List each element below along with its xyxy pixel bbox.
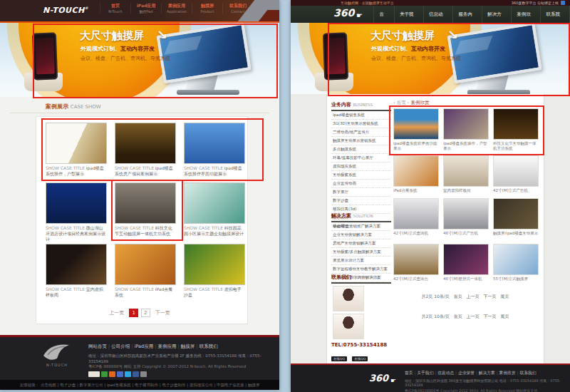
topbar-link[interactable]: 360度数字平台 分站绑定上线 bbox=[512, 0, 559, 6]
right-hero-banner[interactable]: 大尺寸触摸屏 ↘ 外观模式订制、互动内容开发 会议、楼盘、广告机、查询机、导览系… bbox=[291, 23, 570, 94]
next-page-link[interactable]: 下一页 bbox=[484, 314, 497, 319]
last-page-link[interactable]: 尾页 bbox=[501, 294, 509, 299]
solution-list-item[interactable]: 互动橱窗/多点触摸解决方案 bbox=[331, 248, 391, 257]
left-logo[interactable]: N-TOUCH® bbox=[43, 6, 88, 15]
footer-link[interactable]: 关于我们 bbox=[413, 371, 434, 375]
business-list-item[interactable]: 互动橱窗系统 bbox=[331, 171, 391, 180]
prev-page-link[interactable]: 上一页 bbox=[467, 294, 480, 299]
footer-link[interactable]: 联系我们 bbox=[195, 344, 217, 349]
right-nav-item[interactable]: 信息动态 bbox=[423, 6, 452, 23]
case-caption: 42寸(M)立式查询机 bbox=[393, 231, 439, 236]
next-page-link[interactable]: 下一页 bbox=[484, 294, 497, 299]
topbar-blue-icon[interactable] bbox=[561, 1, 565, 5]
right-logo[interactable]: 360 bbox=[333, 7, 354, 19]
footer-link[interactable]: 案例应用 bbox=[153, 344, 176, 349]
solution-list-item[interactable]: 展览展示设计方案 bbox=[331, 257, 391, 265]
left-hero-banner[interactable]: 大尺寸触摸屏 ↘ 外观模式订制、互动内容开发 会议、楼盘、广告机、查询机、导览系… bbox=[0, 23, 279, 97]
left-nav-item[interactable]: 触摸屏 Product bbox=[192, 3, 222, 14]
case-card[interactable]: iPad点餐系统 bbox=[393, 155, 439, 193]
footer-link[interactable]: 信息动态 bbox=[433, 371, 454, 375]
left-nav-item[interactable]: iPad应用 触控Pad bbox=[130, 3, 161, 14]
case-card[interactable]: SHOW CASE TITLE iPad点餐系统 bbox=[115, 244, 176, 298]
case-card[interactable]: 55寸(M)立式触摸屏 bbox=[493, 244, 539, 282]
case-card[interactable]: 46寸(M)壁挂式一体机 bbox=[443, 244, 489, 282]
solution-list-item[interactable]: 数字远程移动互动教学解决方案 bbox=[331, 265, 391, 274]
next-page-button[interactable]: 下一页 bbox=[153, 309, 172, 317]
case-card[interactable]: SHOW CASE TITLE 虚拟电子沙盘 bbox=[184, 244, 245, 298]
first-page-link[interactable]: 首页 bbox=[454, 314, 462, 319]
right-nav-item[interactable]: 解决方案 bbox=[482, 6, 511, 23]
social-icon[interactable] bbox=[88, 371, 100, 377]
business-list-item[interactable]: ipad楼盘销售系统 bbox=[331, 111, 391, 120]
business-list-item[interactable]: 虚拟现实系统 bbox=[331, 163, 391, 171]
prev-page-button[interactable]: 上一页 bbox=[107, 309, 126, 317]
left-nav-item[interactable]: 首页 N-Touch bbox=[100, 3, 130, 14]
case-card[interactable]: SHOW CASE TITLE ipad楼盘系统房产项目案例展示 bbox=[115, 123, 176, 177]
case-card[interactable]: SHOW CASE TITLE ipad楼盘系统操作界面功能展示 bbox=[184, 123, 245, 177]
friend-links-bar[interactable]: 友情链接： 点击地图 | 电子沙盘 | 数字展厅公司 | ipad售楼系统 | … bbox=[0, 380, 279, 390]
solution-list-item[interactable]: 企业互动营销解决方案 bbox=[331, 231, 391, 239]
left-nav-item[interactable]: 联系我们 Contact bbox=[222, 3, 253, 14]
case-caption: SHOW CASE TITLE ipad楼盘系统操作界面功能展示 bbox=[184, 165, 245, 177]
social-icon[interactable] bbox=[117, 371, 123, 377]
left-nav-item[interactable]: 案例应用 Application bbox=[161, 3, 192, 14]
footer-link[interactable]: 解决方案 bbox=[475, 371, 495, 375]
prev-page-link[interactable]: 上一页 bbox=[467, 314, 480, 319]
social-icon[interactable] bbox=[140, 371, 147, 377]
footer-link[interactable]: 案例欣赏 bbox=[495, 371, 516, 375]
case-card[interactable]: 42寸(M)立式查询台 bbox=[393, 244, 439, 282]
case-card[interactable]: 室内虚拟样板间 bbox=[443, 155, 489, 193]
footer-link[interactable]: 企业荣誉 bbox=[454, 371, 475, 375]
page-1-button[interactable]: 1 bbox=[129, 309, 138, 317]
footer-link[interactable]: 网站首页 bbox=[88, 344, 107, 349]
qq-badge-2[interactable]: 在线QQ bbox=[352, 356, 368, 361]
case-thumbnail bbox=[115, 244, 176, 285]
breadcrumb-home[interactable]: 首页 bbox=[397, 100, 406, 105]
business-list-item[interactable]: 触摸屏互动展示营销系统 bbox=[331, 137, 391, 145]
case-card[interactable]: SHOW CASE TITLE ipad楼盘系统操作，户型展示 bbox=[46, 123, 107, 177]
first-page-link[interactable]: 首页 bbox=[454, 294, 462, 299]
case-card[interactable]: 科技文化节互动触摸一体机主功系统 bbox=[493, 108, 539, 151]
business-list-item[interactable]: 多点触摸系统 bbox=[331, 145, 391, 154]
business-list-item[interactable]: 企业宣传动画 bbox=[331, 180, 391, 188]
business-list-item[interactable]: 3G(3D)互动展示营销系统 bbox=[331, 120, 391, 128]
right-nav-item[interactable]: 案例欣赏 bbox=[511, 6, 540, 23]
social-icon[interactable] bbox=[101, 371, 108, 377]
right-nav-item[interactable]: 首页 bbox=[373, 6, 394, 23]
right-nav-item[interactable]: 关于我们 bbox=[394, 6, 423, 23]
footer-link[interactable]: 首页 bbox=[405, 371, 413, 375]
last-page-link[interactable]: 尾页 bbox=[501, 314, 509, 319]
footer-link[interactable]: 公司介绍 bbox=[107, 344, 130, 349]
right-nav-item[interactable]: 服务内容 bbox=[452, 6, 482, 23]
solution-list-item[interactable]: ipad楼盘营销推广解决方案 bbox=[331, 222, 391, 231]
footer-link[interactable]: 触摸屏 bbox=[177, 344, 195, 349]
business-list-item[interactable]: 数字展厅 bbox=[331, 188, 391, 197]
case-card[interactable]: 42寸(M)立式查询机 bbox=[393, 198, 439, 236]
case-card[interactable]: SHOW CASE TITLE 微山湖山庄酒店设计项目经典案例展示设计 bbox=[46, 182, 107, 242]
left-header: N-TOUCH® 首页 N-Touch iPad应用 触控Pad 案例应用 Ap… bbox=[0, 0, 279, 23]
social-icon[interactable] bbox=[125, 371, 131, 377]
footer-link[interactable]: iPad应用 bbox=[130, 344, 153, 349]
case-card[interactable]: 46寸(M)立式广告机 bbox=[443, 198, 489, 236]
qq-badge[interactable]: 在线QQ bbox=[331, 356, 347, 361]
case-card[interactable]: SHOW CASE TITLE 科技园花园小区展示主题企划触摸屏设计 bbox=[184, 182, 245, 237]
case-card[interactable]: 触摸屏/ipad楼盘互动展示 bbox=[493, 198, 539, 236]
page-2-button[interactable]: 2 bbox=[141, 309, 150, 317]
case-card[interactable]: ipad楼盘系统操作，户型展示 bbox=[443, 108, 489, 151]
case-card[interactable]: SHOW CASE TITLE 室内虚拟样板间 bbox=[46, 244, 107, 298]
case-card[interactable]: 42寸(M)立式广告机 bbox=[493, 155, 539, 193]
case-caption: SHOW CASE TITLE ipad楼盘系统操作，户型展示 bbox=[46, 165, 107, 177]
case-card[interactable]: SHOW CASE TITLE 科技文化节互动触摸屏一体机主功系统 bbox=[115, 182, 176, 237]
social-icon[interactable] bbox=[109, 371, 115, 377]
business-list-item[interactable]: 三维动画/地产宣传片 bbox=[331, 128, 391, 137]
case-card[interactable]: ipad楼盘系统软界面功能展示 bbox=[393, 108, 439, 151]
solution-list-item[interactable]: 房地产互动营销解决方案 bbox=[331, 239, 391, 248]
social-icon[interactable] bbox=[133, 371, 139, 377]
case-thumbnail bbox=[443, 155, 489, 187]
business-list-item[interactable]: 数字沙盘 bbox=[331, 197, 391, 205]
right-nav-item[interactable]: 联系我们 bbox=[540, 6, 570, 23]
footer-link[interactable]: 联系我们 bbox=[516, 371, 537, 375]
case-thumbnail bbox=[493, 244, 539, 275]
business-list-item[interactable]: 环幕/弧幕投影中心展厅 bbox=[331, 154, 391, 163]
pagination-line: 共2页 10条/页 首页 上一页 下一页 尾页 bbox=[392, 294, 539, 300]
